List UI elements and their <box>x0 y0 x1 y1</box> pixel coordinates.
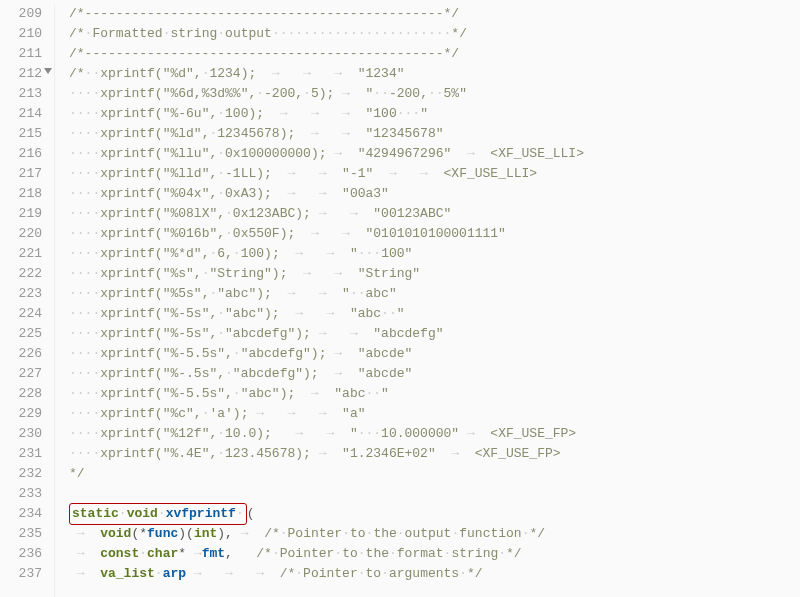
code-line[interactable]: ····xprintf("%-6u",·100); → → → "100···" <box>69 104 800 124</box>
line-number: 223 <box>0 284 42 304</box>
code-line[interactable]: /*·Formatted·string·output··············… <box>69 24 800 44</box>
code-line[interactable]: ····xprintf("%llu",·0x100000000); → "429… <box>69 144 800 164</box>
code-line[interactable]: ····xprintf("%ld",·12345678); → → "12345… <box>69 124 800 144</box>
line-number: 221 <box>0 244 42 264</box>
line-number: 226 <box>0 344 42 364</box>
code-line[interactable]: ····xprintf("%*d",·6,·100); → → "···100" <box>69 244 800 264</box>
code-line[interactable]: ····xprintf("%016b",·0x550F); → → "01010… <box>69 224 800 244</box>
code-line[interactable]: ····xprintf("%lld",·-1LL); → → "-1" → → … <box>69 164 800 184</box>
code-line[interactable]: ····xprintf("%-5s",·"abcdefg"); → → "abc… <box>69 324 800 344</box>
code-line[interactable]: /*··xprintf("%d",·1234); → → → "1234" <box>69 64 800 84</box>
line-number: 233 <box>0 484 42 504</box>
line-number: 237 <box>0 564 42 584</box>
line-number: 211 <box>0 44 42 64</box>
line-number: 217 <box>0 164 42 184</box>
code-line[interactable]: ····xprintf("%04x",·0xA3); → → "00a3" <box>69 184 800 204</box>
code-line[interactable]: ····xprintf("%12f",·10.0); → → "···10.00… <box>69 424 800 444</box>
code-line[interactable]: static·void·xvfprintf·( <box>69 504 800 524</box>
code-line[interactable]: /*--------------------------------------… <box>69 44 800 64</box>
line-number: 225 <box>0 324 42 344</box>
code-line[interactable]: ····xprintf("%08lX",·0x123ABC); → → "001… <box>69 204 800 224</box>
line-number: 232 <box>0 464 42 484</box>
symbol-highlight: static·void·xvfprintf· <box>69 503 247 525</box>
line-number-gutter: 2092102112122132142152162172182192202212… <box>0 4 55 597</box>
line-number: 219 <box>0 204 42 224</box>
code-line[interactable]: → void(*func)(int), → /*·Pointer·to·the·… <box>69 524 800 544</box>
fold-caret-icon[interactable] <box>44 68 52 74</box>
line-number: 228 <box>0 384 42 404</box>
line-number: 212 <box>0 64 42 84</box>
line-number: 230 <box>0 424 42 444</box>
line-number: 214 <box>0 104 42 124</box>
code-line[interactable]: */ <box>69 464 800 484</box>
code-line[interactable]: ····xprintf("%-5s",·"abc"); → → "abc··" <box>69 304 800 324</box>
code-line[interactable]: → const·char* →fmt, /*·Pointer·to·the·fo… <box>69 544 800 564</box>
code-line[interactable]: ····xprintf("%-.5s",·"abcdefg"); → "abcd… <box>69 364 800 384</box>
code-line[interactable]: ····xprintf("%6d,%3d%%",·-200,·5); → "··… <box>69 84 800 104</box>
code-line[interactable]: ····xprintf("%-5.5s",·"abcdefg"); → "abc… <box>69 344 800 364</box>
code-line[interactable]: ····xprintf("%.4E",·123.45678); → "1.234… <box>69 444 800 464</box>
code-line[interactable]: ····xprintf("%s",·"String"); → → "String… <box>69 264 800 284</box>
line-number: 234 <box>0 504 42 524</box>
line-number: 222 <box>0 264 42 284</box>
code-line[interactable]: → va_list·arp → → → /*·Pointer·to·argume… <box>69 564 800 584</box>
line-number: 213 <box>0 84 42 104</box>
code-line[interactable]: ····xprintf("%-5.5s",·"abc"); → "abc··" <box>69 384 800 404</box>
code-line[interactable]: /*--------------------------------------… <box>69 4 800 24</box>
code-editor[interactable]: 2092102112122132142152162172182192202212… <box>0 0 800 597</box>
line-number: 216 <box>0 144 42 164</box>
line-number: 215 <box>0 124 42 144</box>
line-number: 218 <box>0 184 42 204</box>
line-number: 229 <box>0 404 42 424</box>
line-number: 231 <box>0 444 42 464</box>
line-number: 227 <box>0 364 42 384</box>
code-area[interactable]: /*--------------------------------------… <box>55 4 800 597</box>
code-line[interactable] <box>69 484 800 504</box>
line-number: 224 <box>0 304 42 324</box>
code-line[interactable]: ····xprintf("%5s",·"abc"); → → "··abc" <box>69 284 800 304</box>
line-number: 235 <box>0 524 42 544</box>
line-number: 209 <box>0 4 42 24</box>
line-number: 210 <box>0 24 42 44</box>
line-number: 236 <box>0 544 42 564</box>
line-number: 220 <box>0 224 42 244</box>
code-line[interactable]: ····xprintf("%c",·'a'); → → → "a" <box>69 404 800 424</box>
